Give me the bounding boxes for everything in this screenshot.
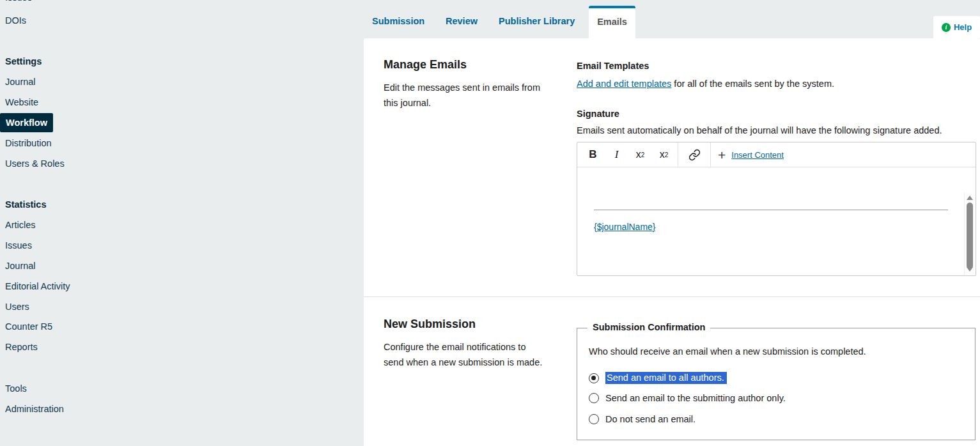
sidebar-item-journal[interactable]: Journal <box>5 77 36 87</box>
signature-description: Emails sent automatically on behalf of t… <box>577 125 942 135</box>
radio-label: Send an email to all authors. <box>605 372 727 384</box>
new-submission-description: Configure the email notifications to sen… <box>384 339 546 370</box>
help-button[interactable]: i Help <box>933 16 980 38</box>
radio-label: Do not send an email. <box>605 414 696 424</box>
sidebar-item-tools[interactable]: Tools <box>5 383 27 394</box>
insert-content-label: Insert Content <box>731 150 784 160</box>
link-icon <box>688 149 701 161</box>
info-icon: i <box>942 23 951 32</box>
insert-content-button[interactable]: + Insert Content <box>718 148 784 162</box>
new-submission-title: New Submission <box>384 318 476 331</box>
plus-icon: + <box>718 148 726 162</box>
settings-panel: Manage Emails Edit the messages sent in … <box>364 38 980 446</box>
confirmation-description: Who should receive an email when a new s… <box>589 346 866 357</box>
email-templates-heading: Email Templates <box>577 61 649 71</box>
radio-icon[interactable] <box>589 414 599 424</box>
editor-scrollbar[interactable] <box>964 192 975 275</box>
journal-name-variable: {$journalName} <box>594 222 656 232</box>
italic-button[interactable]: I <box>605 142 628 167</box>
sidebar-header-statistics: Statistics <box>5 199 46 210</box>
tab-review[interactable]: Review <box>446 16 478 26</box>
sidebar-item-counter-r5[interactable]: Counter R5 <box>5 321 52 332</box>
help-label: Help <box>954 22 972 32</box>
manage-emails-description: Edit the messages sent in emails from th… <box>384 80 552 111</box>
manage-emails-title: Manage Emails <box>384 58 467 72</box>
signature-editor: B I x2 x2 + Insert Content {$journalName… <box>577 142 976 276</box>
email-templates-line: Add and edit templates for all of the em… <box>577 79 834 89</box>
toolbar-separator <box>678 142 678 167</box>
sidebar-item-reports[interactable]: Reports <box>5 342 38 352</box>
submission-confirmation-legend: Submission Confirmation <box>587 322 710 332</box>
radio-option-submitting-author[interactable]: Send an email to the submitting author o… <box>589 393 786 403</box>
sidebar-item-administration[interactable]: Administration <box>5 404 64 414</box>
scroll-up-icon[interactable] <box>967 196 973 200</box>
subscript-button[interactable]: x2 <box>652 142 676 167</box>
sidebar-item-website[interactable]: Website <box>5 97 38 107</box>
submission-confirmation-fieldset: Submission Confirmation Who should recei… <box>577 328 976 440</box>
signature-divider-line <box>594 210 948 210</box>
radio-option-no-email[interactable]: Do not send an email. <box>589 414 696 424</box>
editor-toolbar: B I x2 x2 + Insert Content <box>577 142 976 167</box>
scrollbar-thumb[interactable] <box>967 203 973 269</box>
sidebar: Issues DOIs Settings Journal Website Wor… <box>0 0 364 446</box>
sidebar-item-articles[interactable]: Articles <box>5 220 36 230</box>
sidebar-item-issues-nav[interactable]: Issues <box>5 0 32 3</box>
link-button[interactable] <box>680 142 708 167</box>
signature-heading: Signature <box>577 109 619 119</box>
tab-emails[interactable]: Emails <box>589 6 635 38</box>
add-edit-templates-link[interactable]: Add and edit templates <box>577 79 671 89</box>
toolbar-separator <box>710 142 711 167</box>
section-divider <box>364 296 980 297</box>
sidebar-item-journal-stats[interactable]: Journal <box>5 261 36 271</box>
radio-option-all-authors[interactable]: Send an email to all authors. <box>589 372 727 384</box>
sidebar-item-distribution[interactable]: Distribution <box>5 138 52 148</box>
tab-submission[interactable]: Submission <box>372 16 424 26</box>
bold-button[interactable]: B <box>581 142 605 167</box>
sidebar-item-workflow[interactable]: Workflow <box>0 113 53 132</box>
scroll-down-icon[interactable] <box>967 267 973 272</box>
radio-icon-selected[interactable] <box>589 373 599 383</box>
email-templates-text: for all of the emails sent by the system… <box>671 79 834 89</box>
sidebar-item-issues-stats[interactable]: Issues <box>5 240 32 250</box>
sidebar-item-users[interactable]: Users <box>5 302 29 312</box>
radio-icon[interactable] <box>589 393 599 403</box>
tab-publisher-library[interactable]: Publisher Library <box>499 16 575 26</box>
radio-label: Send an email to the submitting author o… <box>605 393 786 403</box>
sidebar-header-settings: Settings <box>5 56 42 66</box>
sidebar-item-users-roles[interactable]: Users & Roles <box>5 158 65 169</box>
signature-editor-content[interactable]: {$journalName} <box>577 167 976 275</box>
superscript-button[interactable]: x2 <box>628 142 652 167</box>
sidebar-item-editorial-activity[interactable]: Editorial Activity <box>5 281 70 291</box>
sidebar-item-dois[interactable]: DOIs <box>5 15 26 26</box>
